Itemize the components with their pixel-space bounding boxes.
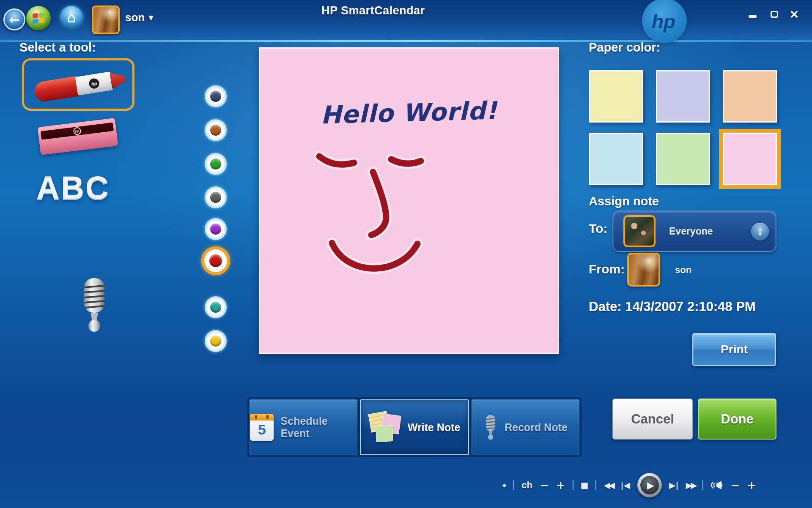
tool-marker-selected[interactable]: hp: [22, 58, 134, 111]
separator: [702, 480, 703, 490]
paper-color-pink[interactable]: [723, 133, 777, 185]
print-label: Print: [721, 343, 748, 356]
rewind-button[interactable]: ◀◀: [604, 480, 613, 490]
title-bar: ← ⌂ son ▼ HP SmartCalendar ×: [0, 0, 812, 40]
ink-color-red[interactable]: [201, 246, 230, 275]
microphone-icon: [79, 276, 110, 333]
from-label: From:: [589, 262, 625, 276]
from-value: son: [675, 265, 691, 276]
to-value: Everyone: [669, 211, 713, 251]
ink-color-dark-gray[interactable]: [205, 186, 227, 208]
restore-button[interactable]: [771, 11, 778, 18]
tab-write-note[interactable]: Write Note: [360, 399, 469, 455]
user-name: son: [125, 11, 145, 24]
ink-color-purple[interactable]: [205, 218, 227, 240]
back-button[interactable]: ←: [3, 8, 25, 30]
close-button[interactable]: ×: [790, 6, 798, 22]
from-avatar: [627, 253, 660, 287]
home-button[interactable]: ⌂: [60, 6, 83, 29]
record-dot-icon[interactable]: ◆: [502, 482, 506, 488]
paper-color-label: Paper color:: [589, 41, 660, 55]
volume-icon: [710, 480, 723, 490]
cancel-label: Cancel: [631, 412, 674, 427]
tool-microphone[interactable]: [79, 276, 110, 335]
chevron-down-icon: ▼: [148, 14, 154, 22]
channel-down-button[interactable]: −: [540, 479, 549, 492]
ink-color-navy[interactable]: [205, 85, 227, 107]
dropdown-spinner-icon[interactable]: ▲▼: [751, 223, 769, 240]
cancel-button[interactable]: Cancel: [612, 399, 693, 440]
windows-start-button[interactable]: [26, 6, 51, 30]
assign-note-heading: Assign note: [589, 194, 659, 208]
ink-color-teal[interactable]: [205, 296, 227, 318]
marker-icon: hp: [33, 68, 127, 103]
select-tool-label: Select a tool:: [19, 41, 96, 55]
tab-schedule-event[interactable]: 5 Schedule Event: [250, 399, 357, 455]
print-button[interactable]: Print: [692, 333, 776, 366]
tab-label: Record Note: [505, 421, 568, 434]
tool-eraser[interactable]: hp: [38, 118, 118, 155]
to-label: To:: [589, 221, 607, 236]
minimize-button[interactable]: [749, 15, 757, 18]
to-avatar: [623, 215, 656, 247]
date-label: Date:: [589, 299, 622, 314]
calendar-icon: 5: [250, 414, 274, 441]
play-icon: ▶: [647, 480, 654, 491]
play-button[interactable]: ▶: [637, 473, 662, 497]
ink-color-green[interactable]: [205, 153, 227, 175]
channel-up-button[interactable]: +: [556, 479, 565, 492]
done-label: Done: [721, 412, 754, 427]
note-canvas[interactable]: Hello World!: [259, 47, 559, 354]
sticky-notes-icon: [369, 412, 401, 443]
channel-label: ch: [521, 480, 532, 491]
done-button[interactable]: Done: [698, 399, 776, 440]
date-value: 14/3/2007 2:10:48 PM: [625, 299, 756, 314]
forward-button[interactable]: ▶▶: [686, 480, 696, 490]
assign-to-dropdown[interactable]: Everyone ▲▼: [612, 210, 776, 252]
eraser-band: hp: [41, 123, 114, 140]
paper-color-light-blue[interactable]: [589, 133, 643, 185]
media-control-bar: ◆ ch − + ■ ◀◀ |◀ ▶ ▶| ▶▶ − +: [502, 471, 809, 500]
separator: [513, 480, 514, 490]
previous-button[interactable]: |◀: [620, 480, 630, 490]
user-menu[interactable]: son ▼: [125, 11, 154, 24]
record-mic-icon: [483, 414, 498, 441]
paper-color-peach[interactable]: [723, 70, 777, 123]
ink-color-yellow[interactable]: [205, 330, 227, 352]
note-drawing: [260, 49, 560, 355]
tab-label: Write Note: [408, 421, 461, 434]
tool-text[interactable]: ABC: [36, 169, 110, 206]
paper-color-light-green[interactable]: [656, 133, 710, 185]
separator: [595, 480, 596, 490]
note-date: Date: 14/3/2007 2:10:48 PM: [589, 299, 756, 314]
paper-color-lavender[interactable]: [656, 70, 710, 123]
hp-smartcalendar-window: ← ⌂ son ▼ HP SmartCalendar × hp Select a…: [0, 0, 812, 508]
ink-color-brown-orange[interactable]: [205, 119, 227, 141]
separator: [573, 480, 573, 490]
current-user-avatar[interactable]: [92, 5, 120, 34]
tab-label: Schedule Event: [280, 415, 357, 440]
windows-logo-icon: [33, 13, 44, 24]
volume-up-button[interactable]: +: [747, 479, 756, 492]
tab-record-note[interactable]: Record Note: [472, 399, 579, 455]
volume-down-button[interactable]: −: [730, 479, 740, 492]
stop-button[interactable]: ■: [581, 480, 589, 490]
hp-logo: hp: [642, 0, 687, 43]
page-title: HP SmartCalendar: [321, 4, 425, 17]
next-button[interactable]: ▶|: [669, 480, 679, 490]
back-arrow-icon: ←: [9, 12, 19, 27]
paper-color-pale-yellow[interactable]: [589, 70, 643, 123]
mode-tab-bar: 5 Schedule Event Write Note Record Note: [247, 397, 582, 457]
home-icon: ⌂: [67, 9, 76, 26]
